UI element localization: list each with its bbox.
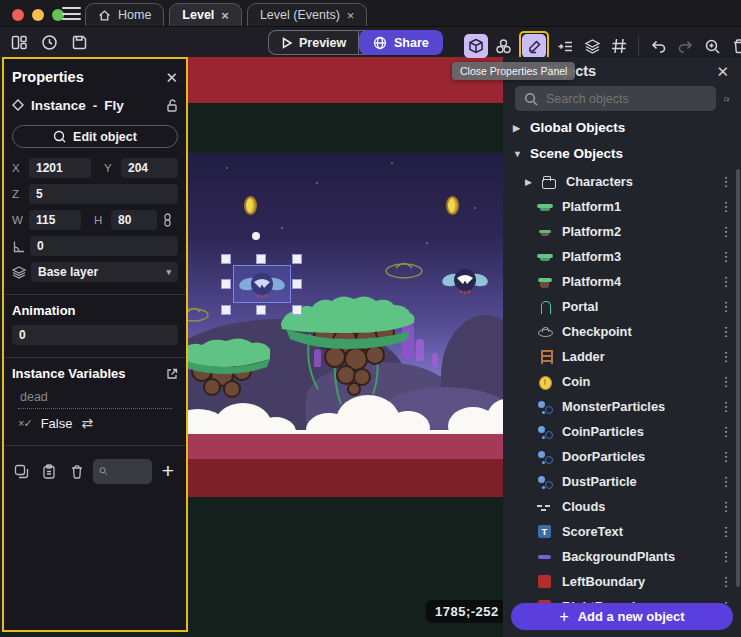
layer-select[interactable]: Base layer ▾	[31, 262, 178, 282]
object-item-characters[interactable]: ▶ Characters	[503, 169, 735, 194]
item-menu-icon[interactable]	[717, 274, 735, 289]
save-icon[interactable]	[67, 30, 91, 54]
object-item-dustparticle[interactable]: DustParticle	[503, 469, 735, 494]
fly-sprite[interactable]	[442, 265, 488, 297]
trash-icon[interactable]	[65, 459, 89, 483]
history-icon[interactable]	[37, 30, 61, 54]
object-item-monsterparticles[interactable]: MonsterParticles	[503, 394, 735, 419]
main-menu-icon[interactable]	[62, 7, 81, 20]
add-folder-icon[interactable]	[724, 91, 729, 107]
platform-island-left[interactable]	[186, 333, 272, 403]
object-groups-icon[interactable]	[491, 34, 515, 58]
variables-search-box[interactable]	[93, 459, 152, 484]
variable-value[interactable]: False	[41, 416, 73, 431]
item-menu-icon[interactable]	[717, 549, 735, 564]
close-properties-icon[interactable]: ✕	[165, 70, 178, 85]
item-menu-icon[interactable]	[717, 424, 735, 439]
coin-sprite[interactable]	[244, 196, 257, 215]
redo-icon[interactable]	[673, 34, 697, 58]
item-menu-icon[interactable]	[717, 474, 735, 489]
object-item-doorparticles[interactable]: DoorParticles	[503, 444, 735, 469]
close-window-button[interactable]	[12, 9, 24, 21]
selection-handle[interactable]	[292, 254, 302, 264]
objects-search-box[interactable]	[515, 86, 716, 111]
close-tab-icon[interactable]: ×	[221, 9, 229, 22]
scene-canvas[interactable]: 1785;-252	[186, 57, 503, 637]
object-item-ladder[interactable]: Ladder	[503, 344, 735, 369]
object-item-scoretext[interactable]: ScoreText	[503, 519, 735, 544]
item-menu-icon[interactable]	[717, 249, 735, 264]
edit-properties-icon[interactable]	[522, 34, 546, 58]
variable-name[interactable]: dead	[18, 388, 172, 409]
selection-handle[interactable]	[256, 254, 266, 264]
objects-search-input[interactable]	[546, 92, 707, 106]
close-tab-icon[interactable]: ×	[347, 9, 355, 22]
instances-list-icon[interactable]	[553, 34, 577, 58]
open-variables-icon[interactable]	[166, 368, 178, 380]
item-menu-icon[interactable]	[717, 449, 735, 464]
object-item-platform2[interactable]: Platform2	[503, 219, 735, 244]
item-menu-icon[interactable]	[717, 524, 735, 539]
item-menu-icon[interactable]	[717, 324, 735, 339]
item-menu-icon[interactable]	[717, 499, 735, 514]
paste-icon[interactable]	[38, 459, 62, 483]
checkpoint-outline[interactable]	[384, 257, 424, 279]
group-scene-objects[interactable]: ▼ Scene Objects	[513, 146, 623, 161]
object-item-backgroundplants[interactable]: BackgroundPlants	[503, 544, 735, 569]
object-item-platform3[interactable]: Platform3	[503, 244, 735, 269]
object-item-clouds[interactable]: Clouds	[503, 494, 735, 519]
width-input[interactable]	[29, 210, 81, 230]
layers-icon[interactable]	[580, 34, 604, 58]
item-menu-icon[interactable]	[717, 299, 735, 314]
tab-level[interactable]: Level ×	[169, 3, 242, 26]
animation-input[interactable]	[12, 325, 178, 345]
object-item-platform4[interactable]: Platform4	[503, 269, 735, 294]
selection-handle[interactable]	[221, 305, 231, 315]
minimize-window-button[interactable]	[32, 9, 44, 21]
share-button[interactable]: Share	[359, 30, 443, 55]
x-input[interactable]	[29, 158, 91, 178]
preview-button[interactable]: Preview	[268, 30, 358, 55]
copy-icon[interactable]	[10, 459, 34, 483]
link-dimensions-icon[interactable]	[162, 213, 173, 227]
selection-rectangle[interactable]	[233, 265, 291, 303]
item-menu-icon[interactable]	[717, 574, 735, 589]
selection-handle[interactable]	[221, 279, 231, 289]
add-variable-button[interactable]: +	[156, 459, 180, 483]
object-item-coinparticles[interactable]: CoinParticles	[503, 419, 735, 444]
selection-handle[interactable]	[292, 279, 302, 289]
y-input[interactable]	[121, 158, 178, 178]
zoom-in-icon[interactable]	[700, 34, 724, 58]
item-menu-icon[interactable]	[717, 374, 735, 389]
height-input[interactable]	[111, 210, 157, 230]
selection-handle[interactable]	[256, 305, 266, 315]
trash-icon[interactable]	[727, 34, 741, 58]
item-menu-icon[interactable]	[717, 174, 735, 189]
object-editor-icon[interactable]	[464, 34, 488, 58]
edit-object-button[interactable]: Edit object	[12, 125, 178, 148]
item-menu-icon[interactable]	[717, 399, 735, 414]
item-menu-icon[interactable]	[717, 349, 735, 364]
item-menu-icon[interactable]	[717, 199, 735, 214]
angle-input[interactable]	[30, 236, 178, 256]
object-item-platform1[interactable]: Platform1	[503, 194, 735, 219]
object-item-portal[interactable]: Portal	[503, 294, 735, 319]
close-objects-icon[interactable]: ✕	[716, 64, 729, 79]
toggle-value-icon[interactable]: ⇄	[81, 415, 93, 431]
add-new-object-button[interactable]: + Add a new object	[511, 603, 733, 630]
selection-handle[interactable]	[221, 254, 231, 264]
object-item-coin[interactable]: Coin	[503, 369, 735, 394]
variables-search-input[interactable]	[112, 465, 146, 477]
checkpoint-outline[interactable]	[186, 303, 210, 323]
tab-home[interactable]: Home	[85, 3, 164, 26]
toggle-panels-icon[interactable]	[7, 30, 31, 54]
objects-scrollbar[interactable]	[736, 169, 740, 587]
grid-icon[interactable]	[607, 34, 631, 58]
group-global-objects[interactable]: ▶ Global Objects	[513, 120, 625, 135]
object-item-checkpoint[interactable]: Checkpoint	[503, 319, 735, 344]
coin-sprite[interactable]	[446, 196, 459, 215]
lock-open-icon[interactable]	[166, 99, 178, 112]
selection-handle[interactable]	[292, 305, 302, 315]
z-input[interactable]	[29, 184, 178, 204]
object-item-leftboundary[interactable]: LeftBoundary	[503, 569, 735, 594]
